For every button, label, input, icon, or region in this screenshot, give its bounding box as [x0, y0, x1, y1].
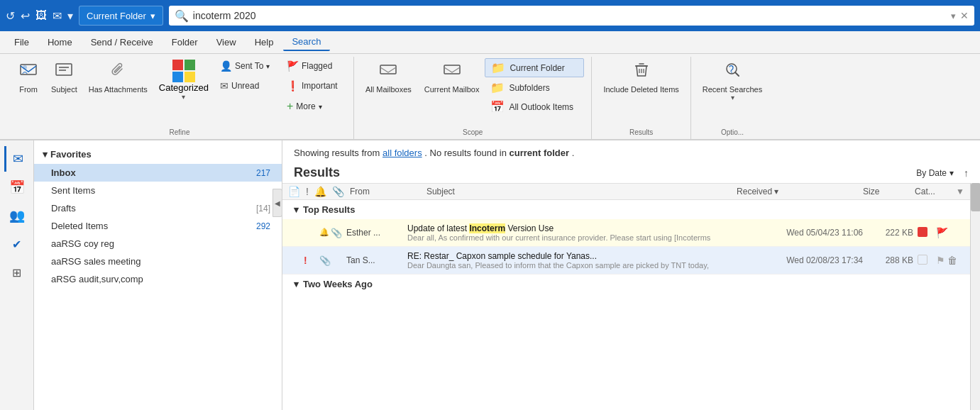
header-bell-icon[interactable]: 🔔: [314, 186, 326, 197]
categorized-dropdown-icon: ▾: [182, 93, 185, 101]
email-row-2[interactable]: ! 📎 Tan S... RE: Restar_ Capxon sample s…: [282, 247, 970, 275]
folder-item-aarsg-coy[interactable]: aaRSG coy reg: [34, 235, 282, 253]
folder-item-drafts[interactable]: Drafts [14]: [34, 199, 282, 217]
menu-home[interactable]: Home: [39, 34, 81, 50]
ribbon-btn-attachments[interactable]: Has Attachments: [84, 57, 152, 105]
sidebar-btn-calendar[interactable]: 📅: [4, 174, 30, 200]
header-size[interactable]: Size: [863, 187, 909, 196]
svg-point-1: [23, 65, 27, 70]
email2-preview: Dear Daungta san, Pleased to inform that…: [407, 261, 749, 270]
ribbon-btn-flagged[interactable]: 🚩 Flagged: [282, 57, 346, 75]
ribbon-btn-current-mailbox[interactable]: Current Mailbox: [420, 57, 484, 105]
ribbon-subfolders-label: Subfolders: [509, 83, 549, 93]
sidebar-btn-apps[interactable]: ⊞: [4, 260, 30, 285]
list-area: 📄 ! 🔔 📎 From Subject Received ▾ Size Cat…: [282, 183, 980, 410]
favorites-header[interactable]: ▾ Favorites: [34, 146, 282, 164]
ribbon-btn-more[interactable]: + More ▾: [282, 96, 346, 116]
ribbon-btn-subject[interactable]: Subject: [47, 57, 82, 105]
ribbon-btn-recent-searches[interactable]: Recent Searches ▾: [698, 57, 766, 113]
search-dropdown-icon[interactable]: ▾: [951, 11, 956, 21]
period-text: .: [572, 148, 575, 158]
folder-item-deleted[interactable]: Deleted Items 292: [34, 217, 282, 235]
folder-drafts-label: Drafts: [51, 203, 256, 214]
scrollbar-thumb[interactable]: [971, 183, 980, 211]
search-close-icon[interactable]: ✕: [960, 10, 969, 21]
ribbon-btn-include-deleted[interactable]: Include Deleted Items: [599, 57, 683, 105]
icon-sidebar: ✉ 📅 👥 ✔ ⊞: [0, 140, 34, 410]
sort-by-date-btn[interactable]: By Date ▾: [912, 166, 958, 180]
sidebar-btn-people[interactable]: 👥: [4, 203, 30, 228]
folder-item-aarsg-sales[interactable]: aaRSG sales meeting: [34, 253, 282, 270]
email-row-1[interactable]: 🔔 📎 Esther ... Update of latest Incoterm…: [282, 219, 970, 247]
email2-flag-icon[interactable]: ⚑: [936, 255, 945, 266]
header-subject[interactable]: Subject: [426, 187, 731, 196]
menu-help[interactable]: Help: [246, 34, 282, 50]
ribbon-btn-all-outlook[interactable]: 📅 All Outlook Items: [485, 98, 584, 116]
ribbon-btn-important[interactable]: ❗ Important: [282, 77, 346, 95]
folder-item-arsg-audit[interactable]: aRSG audit,surv,comp: [34, 270, 282, 288]
folder-panel-inner: ▾ Favorites Inbox 217 Sent Items Drafts …: [34, 146, 282, 288]
header-filter-icon[interactable]: ▼: [956, 187, 964, 196]
two-weeks-label: Two Weeks Ago: [303, 279, 373, 289]
ribbon-unread-label: Unread: [231, 81, 259, 91]
ribbon-sent-to-label: Sent To: [235, 61, 263, 71]
scrollbar-track[interactable]: [970, 183, 980, 410]
sort-dropdown-icon: ▾: [949, 168, 954, 178]
header-doc-icon[interactable]: 📄: [288, 186, 300, 197]
header-received[interactable]: Received ▾: [737, 187, 857, 196]
search-input[interactable]: [193, 10, 947, 21]
sidebar-btn-checkmark[interactable]: ✔: [4, 231, 30, 257]
sort-direction-icon[interactable]: ↑: [964, 167, 969, 179]
undo-icon[interactable]: ↩: [21, 9, 30, 23]
menu-send-receive[interactable]: Send / Receive: [82, 34, 162, 50]
section-top-results[interactable]: ▾ Top Results: [282, 200, 970, 219]
menu-search[interactable]: Search: [283, 33, 329, 51]
subject-icon: [54, 60, 74, 84]
ribbon-btn-unread[interactable]: ✉ Unread: [216, 77, 280, 95]
main-content: Showing results from all folders . No re…: [282, 140, 980, 410]
menu-folder[interactable]: Folder: [163, 34, 207, 50]
ribbon-btn-subfolders[interactable]: 📁 Subfolders: [485, 79, 584, 96]
favorites-chevron-icon: ▾: [43, 149, 48, 160]
email2-date: Wed 02/08/23 17:34: [753, 255, 863, 265]
mail-icon[interactable]: ✉: [53, 9, 62, 23]
email2-actions: ⚑ 🗑: [936, 255, 964, 266]
header-from[interactable]: From: [350, 187, 421, 196]
dropdown-arrow-icon[interactable]: ▾: [67, 9, 73, 23]
sent-to-icon: 👤: [220, 60, 232, 72]
all-outlook-icon: 📅: [490, 100, 505, 113]
email1-flag-icon[interactable]: 🚩: [936, 227, 948, 238]
image-icon[interactable]: 🖼: [35, 9, 47, 22]
app-layout: ✉ 📅 👥 ✔ ⊞ ▾ Favorites Inbox 217 Sent Ite…: [0, 140, 980, 410]
folder-item-inbox[interactable]: Inbox 217: [34, 164, 282, 182]
list-scroll: 📄 ! 🔔 📎 From Subject Received ▾ Size Cat…: [282, 183, 970, 410]
ribbon-btn-sent-to[interactable]: 👤 Sent To ▾: [216, 57, 280, 75]
menu-file[interactable]: File: [6, 34, 38, 50]
header-excl-icon[interactable]: !: [306, 186, 309, 197]
attachment-icon: [108, 60, 128, 84]
folder-item-sent[interactable]: Sent Items: [34, 182, 282, 199]
section-two-weeks-ago[interactable]: ▾ Two Weeks Ago: [282, 275, 970, 294]
ribbon-btn-categorized[interactable]: Categorized ▾: [155, 57, 213, 112]
category-color-grid: [172, 60, 195, 82]
all-folders-link[interactable]: all folders: [382, 148, 422, 158]
ribbon-current-mailbox-label: Current Mailbox: [424, 85, 480, 94]
ribbon-btn-all-mailboxes[interactable]: All Mailboxes: [361, 57, 416, 105]
refresh-icon[interactable]: ↺: [6, 9, 15, 23]
email2-delete-icon[interactable]: 🗑: [947, 255, 957, 266]
menu-view[interactable]: View: [208, 34, 245, 50]
folder-dropdown-icon: ▾: [150, 11, 155, 21]
ribbon-btn-from[interactable]: From: [13, 57, 44, 105]
no-results-text: . No results found in: [424, 148, 507, 158]
panel-collapse-btn[interactable]: ◀: [272, 189, 282, 217]
top-results-label: Top Results: [303, 204, 355, 215]
sidebar-btn-mail[interactable]: ✉: [4, 146, 30, 172]
email1-bell: 🔔 📎: [319, 228, 342, 238]
header-cat[interactable]: Cat...: [915, 187, 950, 196]
unread-icon: ✉: [220, 80, 229, 92]
recent-searches-dropdown-icon: ▾: [731, 94, 734, 101]
ribbon-btn-current-folder[interactable]: 📁 Current Folder: [485, 58, 584, 77]
header-clip-icon[interactable]: 📎: [332, 186, 344, 197]
ribbon: From Subject Has Attachments: [0, 54, 980, 140]
folder-dropdown[interactable]: Current Folder ▾: [79, 6, 163, 26]
